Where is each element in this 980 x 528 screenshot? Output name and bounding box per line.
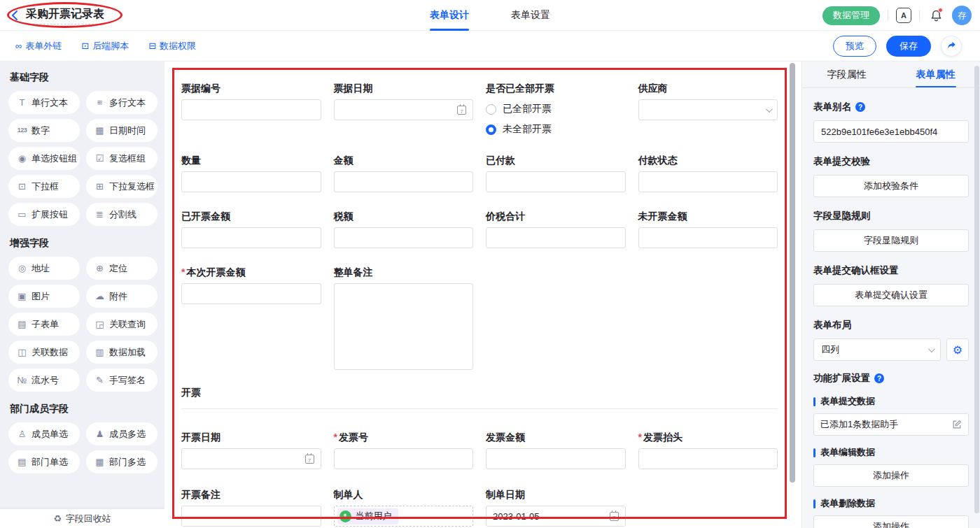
field-type-single-line-text[interactable]: T单行文本 [8, 91, 80, 114]
notification-bell-icon[interactable] [927, 7, 944, 24]
external-link-action[interactable]: ∞ 表单外链 [15, 40, 62, 52]
preview-button[interactable]: 预览 [833, 36, 876, 57]
help-icon[interactable]: ? [874, 373, 884, 383]
form-field-invoice-amount[interactable]: 发票金额 [486, 430, 626, 469]
form-field-order-remark[interactable]: 整单备注 [334, 265, 474, 370]
page-scrollbar[interactable] [974, 66, 979, 513]
field-type-checkbox-group[interactable]: ☑复选框组 [86, 147, 158, 170]
edit-data-add-action-button[interactable]: 添加操作 [813, 464, 969, 487]
help-icon[interactable]: ? [855, 102, 865, 112]
field-type-department-single[interactable]: ▤部门单选 [8, 450, 80, 473]
form-field-invoice-number[interactable]: *发票号 [334, 430, 474, 469]
field-type-attachment[interactable]: ☁附件 [86, 285, 158, 308]
form-field-invoiced-amount[interactable]: 已开票金额 [181, 209, 321, 248]
layout-settings-button[interactable]: ⚙ [946, 338, 969, 361]
field-type-number[interactable]: 123数字 [8, 119, 80, 142]
create-date-input[interactable]: 2023-01-05 7 [486, 506, 626, 527]
form-alias-input[interactable]: 522b9e101fe6e3e1ebb450f4 [813, 120, 969, 143]
field-visibility-button[interactable]: 字段显隐规则 [813, 229, 969, 252]
field-type-linked-data[interactable]: ◫关联数据 [8, 341, 80, 364]
tab-form-settings[interactable]: 表单设置 [511, 0, 550, 31]
form-field-fully-invoiced[interactable]: 是否已全部开票 已全部开票 未全部开票 [486, 81, 626, 136]
tax-amount-input[interactable] [334, 227, 474, 248]
radio-option-not-fully-invoiced[interactable]: 未全部开票 [486, 123, 626, 136]
form-field-invoice-remark[interactable]: 开票备注 [181, 487, 321, 527]
form-layout-select[interactable]: 四列 [813, 338, 941, 361]
invoice-amount-input[interactable] [486, 448, 626, 469]
form-field-create-date[interactable]: 制单日期 2023-01-05 7 [486, 487, 626, 527]
invoice-date-input[interactable]: 7 [181, 448, 321, 469]
supplier-select[interactable] [638, 99, 778, 120]
amount-input[interactable] [334, 171, 474, 192]
field-type-data-load[interactable]: ▥数据加载 [86, 341, 158, 364]
invoice-number-input[interactable] [334, 448, 474, 469]
invoiced-amount-input[interactable] [181, 227, 321, 248]
field-type-extension-button[interactable]: ▭扩展按钮 [8, 203, 80, 226]
field-recycle-bin[interactable]: ♻ 字段回收站 [0, 509, 164, 528]
order-remark-textarea[interactable] [334, 283, 474, 370]
canvas-scrollbar[interactable] [790, 63, 795, 483]
field-type-select[interactable]: ⊡下拉框 [8, 175, 80, 198]
tab-field-properties[interactable]: 字段属性 [802, 62, 891, 87]
field-type-address[interactable]: ◎地址 [8, 257, 80, 280]
radio-option-fully-invoiced[interactable]: 已全部开票 [486, 103, 626, 115]
save-button[interactable]: 保存 [886, 36, 931, 57]
tab-form-properties[interactable]: 表单属性 [891, 62, 980, 87]
field-type-linked-query[interactable]: ◲关联查询 [86, 313, 158, 336]
payment-status-input[interactable] [638, 171, 778, 192]
edit-icon[interactable] [952, 420, 962, 429]
field-type-datetime[interactable]: ▦日期时间 [86, 119, 158, 142]
form-field-quantity[interactable]: 数量 [181, 153, 321, 192]
form-field-payment-status[interactable]: 付款状态 [638, 153, 778, 192]
quantity-input[interactable] [181, 171, 321, 192]
field-type-member-single[interactable]: ♙成员单选 [8, 422, 80, 445]
form-field-invoice-title[interactable]: *发票抬头 [638, 430, 778, 469]
submit-confirm-button[interactable]: 表单提交确认设置 [813, 284, 969, 306]
creator-field[interactable]: 当前用户 [334, 506, 474, 527]
delete-data-add-action-button[interactable]: 添加操作 [813, 515, 969, 528]
form-field-creator[interactable]: 制单人 当前用户 [334, 487, 474, 527]
bill-date-input[interactable]: 7 [334, 99, 474, 120]
field-type-divider[interactable]: ≣分割线 [86, 203, 158, 226]
page-title[interactable]: 采购开票记录表 [26, 7, 104, 24]
share-button[interactable] [941, 36, 962, 57]
bill-number-input[interactable] [181, 99, 321, 120]
data-permission-action[interactable]: ⊟ 数据权限 [148, 40, 196, 52]
form-field-tax-amount[interactable]: 税额 [334, 209, 474, 248]
translate-icon[interactable]: A [896, 8, 911, 23]
add-validation-button[interactable]: 添加校验条件 [813, 175, 969, 197]
form-field-invoice-date[interactable]: 开票日期 7 [181, 430, 321, 469]
field-type-multi-line-text[interactable]: ≡多行文本 [86, 91, 158, 114]
form-field-bill-date[interactable]: 票据日期 7 [334, 81, 474, 120]
field-type-image[interactable]: ▣图片 [8, 285, 80, 308]
paid-amount-input[interactable] [486, 171, 626, 192]
field-type-subform[interactable]: ▤子表单 [8, 313, 80, 336]
form-field-tax-inclusive-total[interactable]: 价税合计 [486, 209, 626, 248]
backend-script-action[interactable]: ⊡ 后端脚本 [81, 40, 129, 52]
invoice-title-input[interactable] [638, 448, 778, 469]
field-type-signature[interactable]: ✎手写签名 [86, 369, 158, 392]
tab-form-design[interactable]: 表单设计 [430, 0, 469, 31]
field-type-multi-select[interactable]: ⊞下拉复选框 [86, 175, 158, 198]
field-type-member-multi[interactable]: ♟成员多选 [86, 422, 158, 445]
form-field-supplier[interactable]: 供应商 [638, 81, 778, 120]
field-type-department-multi[interactable]: ▦部门多选 [86, 450, 158, 473]
user-avatar[interactable]: 存 [952, 6, 972, 25]
form-field-paid-amount[interactable]: 已付款 [486, 153, 626, 192]
submit-data-assistant-field[interactable]: 已添加1条数据助手 [813, 413, 969, 436]
form-field-current-invoice-amount[interactable]: *本次开票金额 [181, 265, 321, 304]
back-icon[interactable] [10, 9, 21, 22]
form-divider-invoice[interactable]: 开票 [181, 387, 778, 409]
current-user-tag[interactable]: 当前用户 [337, 508, 398, 525]
field-type-location[interactable]: ⊕定位 [86, 257, 158, 280]
data-manage-button[interactable]: 数据管理 [822, 6, 880, 25]
form-field-bill-number[interactable]: 票据编号 [181, 81, 321, 120]
form-field-uninvoiced-amount[interactable]: 未开票金额 [638, 209, 778, 248]
field-type-radio-group[interactable]: ◉单选按钮组 [8, 147, 80, 170]
current-invoice-amount-input[interactable] [181, 283, 321, 304]
field-type-serial-number[interactable]: №流水号 [8, 369, 80, 392]
form-field-amount[interactable]: 金额 [334, 153, 474, 192]
uninvoiced-amount-input[interactable] [638, 227, 778, 248]
tax-inclusive-total-input[interactable] [486, 227, 626, 248]
invoice-remark-input[interactable] [181, 506, 321, 527]
